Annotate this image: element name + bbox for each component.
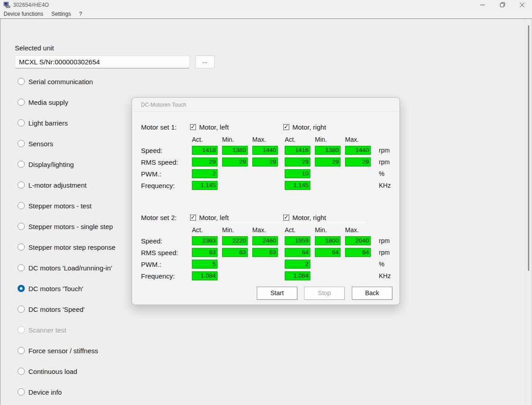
value-cell: 64: [345, 248, 371, 257]
value-cell: 29: [252, 158, 278, 166]
radio-icon: [18, 140, 25, 147]
unit-label: rpm: [379, 237, 390, 244]
value-cell: 29: [315, 158, 341, 166]
radio-icon: [18, 306, 25, 313]
radio-display-lighting[interactable]: Display/lighting: [18, 159, 115, 169]
menu-bar: Device functions Settings ?: [0, 9, 532, 18]
radio-dc-motors-touch[interactable]: DC motors 'Touch': [18, 284, 115, 293]
value-cell: 1.145: [192, 181, 218, 190]
unit-label: KHz: [379, 272, 391, 279]
value-cell: 1.145: [285, 181, 310, 190]
frequency-row: Frequency: 1.084 1.084 KHz: [141, 271, 393, 280]
value-cell: 29: [285, 158, 310, 166]
vertical-scrollbar[interactable]: [525, 19, 532, 405]
app-icon: [4, 2, 10, 8]
unit-label: rpm: [379, 158, 390, 166]
value-cell: 1440: [345, 146, 371, 155]
radio-icon: [18, 243, 25, 251]
radio-force-sensor-stiffness[interactable]: Force sensor / stiffness: [18, 346, 115, 356]
value-cell: 64: [315, 248, 341, 257]
motor-right-checkbox[interactable]: ✓: [283, 215, 289, 220]
back-button[interactable]: Back: [352, 287, 392, 300]
value-cell: 29: [192, 158, 218, 166]
radio-media-supply[interactable]: Media supply: [18, 97, 115, 107]
value-cell: 2040: [345, 236, 371, 245]
speed-row: Speed: 1418 1380 1440 1416 1380 1440 rpm: [141, 146, 393, 155]
radio-dc-motors-speed[interactable]: DC motors 'Speed': [18, 304, 115, 314]
radio-icon: [18, 119, 25, 126]
value-cell: 1380: [315, 146, 341, 155]
radio-icon: [18, 99, 25, 106]
motor-right-checkbox[interactable]: ✓: [283, 124, 289, 130]
unit-label: rpm: [379, 249, 390, 256]
check-icon: ✓: [191, 214, 196, 220]
radio-icon: [18, 326, 25, 333]
check-icon: ✓: [284, 123, 289, 130]
value-cell: 1418: [192, 146, 218, 155]
motor-left-checkbox[interactable]: ✓: [190, 124, 196, 130]
minimize-button[interactable]: [473, 0, 492, 9]
value-cell: 64: [285, 248, 310, 257]
test-selection-list: Serial communication Media supply Light …: [18, 76, 115, 405]
radio-serial-communication[interactable]: Serial communication: [18, 76, 115, 86]
radio-l-motor-adjustment[interactable]: L-motor adjustment: [18, 180, 115, 190]
selected-unit-field[interactable]: MCXL S/Nr:000000302654: [15, 55, 190, 68]
radio-scanner-test: Scanner test: [18, 325, 115, 335]
value-cell: 63: [252, 248, 278, 257]
value-cell: 2363: [192, 236, 218, 245]
rms-speed-row: RMS speed: 29 29 29 29 29 29 rpm: [141, 158, 393, 166]
motor-left-checkbox[interactable]: ✓: [190, 215, 196, 220]
motor-set-1: Motor set 1: ✓ Motor, left ✓ Motor, righ…: [141, 122, 393, 193]
restore-icon: [500, 2, 505, 7]
value-cell: 63: [222, 248, 248, 257]
radio-light-barriers[interactable]: Light barriers: [18, 118, 115, 128]
radio-continuous-load[interactable]: Continuous load: [18, 366, 115, 376]
value-cell: 5: [192, 260, 218, 269]
column-headers: Act. Min. Max. Act. Min. Max.: [141, 226, 393, 234]
pwm-row: PWM.: 5 2 %: [141, 260, 393, 269]
motor-set-2-label: Motor set 2:: [141, 214, 190, 221]
stop-button: Stop: [304, 287, 345, 300]
restore-button[interactable]: [492, 0, 512, 9]
radio-stepper-motor-step-response[interactable]: Stepper motor step response: [18, 242, 115, 252]
value-cell: 2: [192, 169, 218, 178]
radio-icon: [18, 78, 25, 85]
unit-label: KHz: [379, 182, 391, 189]
value-cell: 29: [222, 158, 248, 166]
radio-device-info[interactable]: Device info: [18, 387, 115, 397]
radio-icon: [18, 285, 25, 292]
scrollbar-thumb[interactable]: [528, 25, 529, 271]
radio-icon: [18, 368, 25, 375]
value-cell: 1440: [252, 146, 278, 155]
radio-icon: [18, 223, 25, 230]
minimize-icon: [480, 3, 485, 7]
radio-icon: [18, 161, 25, 168]
radio-stepper-motors-single-step[interactable]: Stepper motors - single step: [18, 221, 115, 231]
value-cell: 2460: [252, 236, 278, 245]
radio-stepper-motors-test[interactable]: Stepper motors - test: [18, 201, 115, 211]
radio-dc-motors-load-running-in[interactable]: DC motors 'Load/running-in': [18, 263, 115, 273]
radio-icon: [18, 181, 25, 189]
value-cell: 1416: [285, 146, 310, 155]
value-cell: 1800: [315, 236, 341, 245]
menu-help[interactable]: ?: [75, 10, 86, 18]
value-cell: 2220: [222, 236, 248, 245]
pwm-row: PWM.: 2 10 %: [141, 169, 393, 178]
close-button[interactable]: [512, 0, 532, 9]
value-cell: 1959: [285, 236, 310, 245]
menu-device-functions[interactable]: Device functions: [0, 10, 47, 18]
start-button[interactable]: Start: [257, 287, 297, 300]
radio-sensors[interactable]: Sensors: [18, 139, 115, 148]
selected-unit-label: Selected unit: [15, 44, 54, 52]
dc-motoren-touch-dialog: DC-Motoren Touch Motor set 1: ✓ Motor, l…: [132, 97, 400, 305]
radio-icon: [18, 347, 25, 354]
dialog-title: DC-Motoren Touch: [132, 98, 400, 112]
menu-settings[interactable]: Settings: [47, 10, 75, 18]
column-headers: Act. Min. Max. Act. Min. Max.: [141, 136, 393, 143]
value-cell: 1.084: [192, 271, 218, 280]
unit-label: rpm: [379, 147, 390, 154]
separator-line: [190, 222, 365, 223]
browse-button[interactable]: ...: [195, 55, 215, 68]
value-cell: 10: [285, 169, 310, 178]
window-title: 302654#HE4O: [13, 2, 49, 8]
